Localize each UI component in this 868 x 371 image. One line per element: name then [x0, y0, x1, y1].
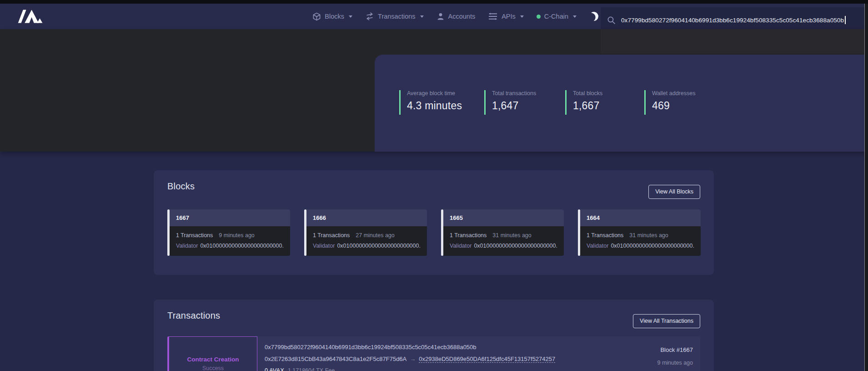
- block-tx-count: 1 Transactions: [176, 232, 213, 239]
- block-card[interactable]: 1667 1 Transactions 9 minutes ago Valida…: [167, 209, 290, 256]
- chevron-down-icon: [420, 15, 424, 18]
- card-accent-bar: [441, 209, 443, 256]
- page: Blocks Transactions Accounts: [0, 0, 868, 371]
- transaction-status: Success: [202, 365, 224, 371]
- validator-label: Validator: [176, 243, 198, 249]
- block-number: 1664: [587, 214, 600, 221]
- stats-panel: Average block time 4.3 minutes Total tra…: [375, 55, 868, 152]
- stat-label: Wallet addresses: [652, 90, 695, 97]
- validator-address[interactable]: 0x010000000000000000000000...: [611, 243, 694, 249]
- block-cards: 1667 1 Transactions 9 minutes ago Valida…: [167, 209, 701, 256]
- to-address-link[interactable]: 0x2938eD5D869e50DA6f125dfc45F13157f52742…: [419, 356, 555, 363]
- nav-item-label: Blocks: [325, 13, 344, 20]
- nav-item-label: Accounts: [448, 13, 476, 20]
- stat-wallet-addresses: Wallet addresses 469: [644, 90, 695, 115]
- search-value: 0x7799bd580272f9604140b6991d3bb6c19924bf…: [621, 17, 844, 24]
- transaction-row[interactable]: Contract Creation Success 0x7799bd580272…: [167, 336, 700, 371]
- block-card[interactable]: 1665 1 Transactions 31 minutes ago Valid…: [441, 209, 564, 256]
- transactions-title: Transactions: [167, 310, 220, 321]
- nav-item-accounts[interactable]: Accounts: [437, 12, 476, 20]
- status-dot-icon: [537, 15, 541, 19]
- validator-address[interactable]: 0x010000000000000000000000...: [474, 243, 557, 249]
- block-tx-count: 1 Transactions: [587, 232, 623, 239]
- stat-total-blocks: Total blocks 1,667: [565, 90, 602, 115]
- transaction-block: Block #1667: [657, 346, 693, 353]
- transaction-fee: 1.1718604 TX Fee: [288, 367, 335, 371]
- nav-item-apis[interactable]: APIs: [488, 12, 524, 20]
- block-card[interactable]: 1666 1 Transactions 27 minutes ago Valid…: [304, 209, 427, 256]
- nav-menu: Blocks Transactions Accounts: [312, 4, 598, 29]
- search-shade: [601, 29, 864, 53]
- stat-average-block-time: Average block time 4.3 minutes: [399, 90, 462, 115]
- chevron-down-icon: [520, 15, 524, 18]
- block-number: 1666: [313, 214, 326, 221]
- nav-item-blocks[interactable]: Blocks: [312, 12, 352, 21]
- stat-label: Total blocks: [573, 90, 602, 97]
- stat-value: 469: [652, 100, 695, 112]
- hero-section: Average block time 4.3 minutes Total tra…: [0, 29, 868, 152]
- text-caret: [845, 16, 846, 24]
- nav-item-label: APIs: [502, 13, 516, 20]
- blocks-title: Blocks: [167, 181, 195, 192]
- stat-total-transactions: Total transactions 1,647: [484, 90, 536, 115]
- stat-value: 4.3 minutes: [407, 100, 462, 112]
- moon-icon[interactable]: [589, 11, 599, 22]
- search-icon: [607, 16, 616, 25]
- block-tx-count: 1 Transactions: [313, 232, 350, 239]
- from-address: 0x2E7263d815CbB43a9647843C8a1e2F5c87F75d…: [265, 356, 406, 362]
- view-all-blocks-button[interactable]: View All Blocks: [648, 185, 700, 199]
- transaction-meta: Block #1667 9 minutes ago: [657, 346, 693, 366]
- validator-label: Validator: [587, 243, 608, 249]
- blocks-section: Blocks View All Blocks 1667 1 Transactio…: [154, 170, 714, 275]
- card-accent-bar: [304, 209, 306, 256]
- chevron-down-icon: [573, 15, 577, 18]
- block-time-ago: 27 minutes ago: [356, 232, 394, 239]
- transactions-section: Transactions View All Transactions Contr…: [154, 300, 714, 371]
- cube-icon: [312, 12, 321, 21]
- stat-value: 1,667: [573, 100, 602, 112]
- block-time-ago: 31 minutes ago: [629, 232, 668, 239]
- block-tx-count: 1 Transactions: [450, 232, 487, 239]
- validator-address[interactable]: 0x010000000000000000000000...: [337, 243, 421, 249]
- transaction-type: Contract Creation: [187, 356, 239, 363]
- person-icon: [437, 12, 445, 20]
- block-number: 1667: [176, 214, 189, 221]
- transfer-icon: [365, 12, 374, 20]
- vertical-scrollbar[interactable]: [864, 4, 868, 371]
- nav-item-chain-selector[interactable]: C-Chain: [537, 13, 577, 20]
- sliders-icon: [488, 12, 498, 20]
- chevron-down-icon: [349, 15, 352, 18]
- nav-item-transactions[interactable]: Transactions: [365, 12, 423, 20]
- stat-value: 1,647: [492, 100, 536, 112]
- window-edge: [0, 0, 868, 4]
- transaction-hash: 0x7799bd580272f9604140b6991d3bb6c19924bf…: [265, 344, 555, 351]
- transaction-status-box: Contract Creation Success: [167, 336, 257, 371]
- stat-label: Total transactions: [492, 90, 536, 97]
- nav-item-label: C-Chain: [544, 13, 568, 20]
- arrow-right-icon: →: [410, 356, 416, 362]
- nav-item-label: Transactions: [378, 13, 415, 20]
- stat-label: Average block time: [407, 90, 462, 97]
- transaction-time-ago: 9 minutes ago: [657, 360, 693, 366]
- transaction-details: 0x7799bd580272f9604140b6991d3bb6c19924bf…: [265, 344, 555, 371]
- block-time-ago: 9 minutes ago: [219, 232, 255, 239]
- card-accent-bar: [578, 209, 580, 256]
- transaction-amount: 0 AVAX: [265, 367, 284, 371]
- validator-address[interactable]: 0x010000000000000000000000...: [200, 243, 284, 249]
- validator-label: Validator: [313, 243, 335, 249]
- view-all-transactions-button[interactable]: View All Transactions: [633, 314, 700, 328]
- block-card[interactable]: 1664 1 Transactions 31 minutes ago Valid…: [578, 209, 701, 256]
- card-accent-bar: [167, 209, 170, 256]
- block-number: 1665: [450, 214, 463, 221]
- navbar: Blocks Transactions Accounts: [0, 4, 868, 29]
- validator-label: Validator: [450, 243, 472, 249]
- avalanche-logo[interactable]: [17, 8, 44, 25]
- block-time-ago: 31 minutes ago: [492, 232, 531, 239]
